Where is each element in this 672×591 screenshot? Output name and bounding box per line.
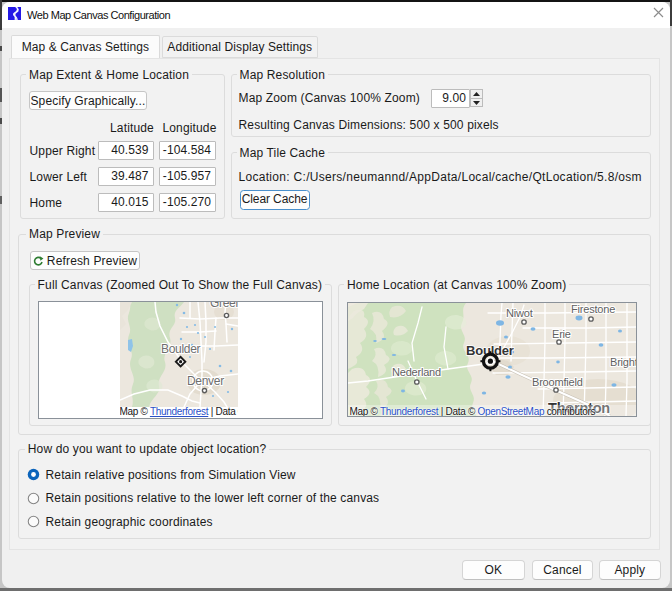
svg-text:Denver: Denver	[187, 374, 224, 388]
svg-text:Brighton: Brighton	[610, 356, 636, 368]
svg-text:Firestone: Firestone	[571, 303, 615, 315]
svg-text:Broomfield: Broomfield	[532, 376, 583, 388]
svg-text:Nederland: Nederland	[392, 366, 441, 378]
svg-text:Boulder: Boulder	[161, 342, 201, 356]
svg-text:Erie: Erie	[552, 328, 571, 340]
svg-text:Niwot: Niwot	[506, 307, 533, 319]
svg-text:Greeley: Greeley	[210, 302, 238, 310]
